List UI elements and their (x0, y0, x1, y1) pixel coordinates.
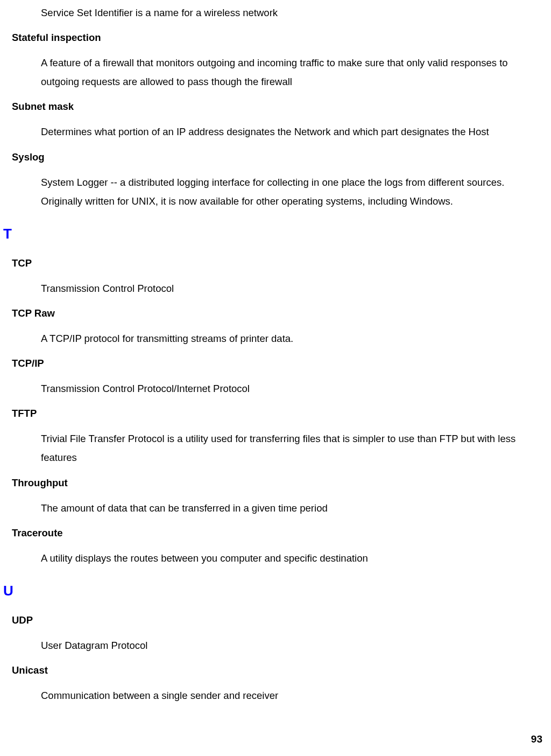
glossary-term: Subnet mask (12, 101, 542, 113)
glossary-definition: A feature of a firewall that monitors ou… (41, 53, 542, 91)
glossary-term: TFTP (12, 408, 542, 419)
glossary-definition: System Logger -- a distributed logging i… (41, 173, 542, 211)
glossary-term: TCP/IP (12, 358, 542, 369)
glossary-definition: The amount of data that can be transferr… (41, 499, 542, 517)
glossary-term: Stateful inspection (12, 32, 542, 44)
glossary-definition: Transmission Control Protocol/Internet P… (41, 379, 542, 398)
glossary-definition: A utility displays the routes between yo… (41, 549, 542, 568)
section-heading-t: T (3, 226, 542, 242)
glossary-term: Throughput (12, 477, 542, 489)
glossary-definition: User Datagram Protocol (41, 636, 542, 655)
glossary-definition: Service Set Identifier is a name for a w… (41, 3, 542, 22)
glossary-term: Traceroute (12, 527, 542, 539)
glossary-term: Unicast (12, 664, 542, 676)
section-heading-u: U (3, 583, 542, 599)
glossary-definition: Transmission Control Protocol (41, 279, 542, 298)
glossary-definition: Determines what portion of an IP address… (41, 122, 542, 141)
glossary-definition: Communication between a single sender an… (41, 686, 542, 705)
glossary-term: TCP (12, 257, 542, 269)
page-number: 93 (531, 733, 542, 745)
glossary-term: UDP (12, 614, 542, 626)
glossary-term: TCP Raw (12, 307, 542, 319)
glossary-definition: A TCP/IP protocol for transmitting strea… (41, 329, 542, 348)
glossary-definition: Trivial File Transfer Protocol is a util… (41, 429, 542, 467)
glossary-term: Syslog (12, 151, 542, 163)
